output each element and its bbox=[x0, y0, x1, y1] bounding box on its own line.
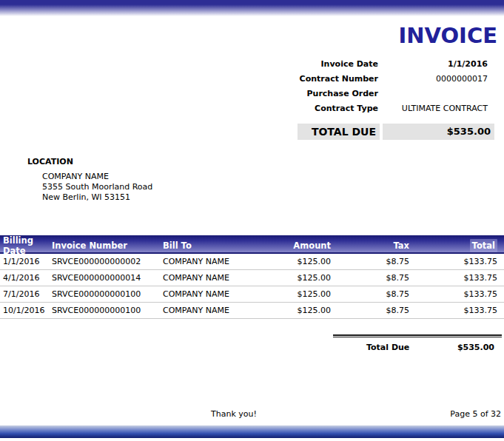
cell-billing-date: 7/1/2016 bbox=[0, 289, 52, 299]
col-header-total: Total bbox=[409, 239, 504, 252]
cell-invoice-number: SRVCE000000000100 bbox=[52, 306, 163, 315]
top-gradient-bar bbox=[0, 0, 504, 16]
col-header-bill-to: Bill To bbox=[163, 240, 249, 251]
cell-bill-to: COMPANY NAME bbox=[163, 306, 249, 315]
meta-row-purchase-order: Purchase Order bbox=[243, 86, 488, 101]
total-due-banner-label: TOTAL DUE bbox=[298, 124, 380, 140]
page-title: INVOICE bbox=[398, 23, 497, 48]
contract-type-value: ULTIMATE CONTRACT bbox=[378, 104, 488, 113]
meta-row-contract-number: Contract Number 0000000017 bbox=[243, 71, 488, 86]
invoice-meta: Invoice Date 1/1/2016 Contract Number 00… bbox=[243, 56, 488, 115]
cell-amount: $125.00 bbox=[249, 306, 331, 315]
location-street: 5355 South Moorland Road bbox=[42, 182, 152, 192]
summary-total-due-label: Total Due bbox=[366, 343, 409, 352]
contract-type-label: Contract Type bbox=[243, 104, 378, 113]
table-row: 4/1/2016 SRVCE000000000014 COMPANY NAME … bbox=[0, 270, 504, 286]
cell-total: $133.75 bbox=[409, 289, 504, 299]
footer-page-number: Page 5 of 32 bbox=[450, 409, 501, 419]
summary-double-rule bbox=[333, 334, 502, 337]
col-header-amount: Amount bbox=[249, 240, 331, 251]
contract-number-value: 0000000017 bbox=[378, 74, 488, 84]
invoice-page: INVOICE Invoice Date 1/1/2016 Contract N… bbox=[0, 0, 504, 441]
location-company: COMPANY NAME bbox=[42, 172, 152, 182]
cell-invoice-number: SRVCE000000000002 bbox=[52, 257, 163, 266]
table-row: 10/1/2016 SRVCE000000000100 COMPANY NAME… bbox=[0, 303, 504, 319]
cell-bill-to: COMPANY NAME bbox=[163, 257, 249, 266]
cell-billing-date: 1/1/2016 bbox=[0, 257, 52, 266]
meta-row-contract-type: Contract Type ULTIMATE CONTRACT bbox=[243, 101, 488, 115]
cell-total: $133.75 bbox=[409, 257, 504, 266]
cell-total: $133.75 bbox=[409, 306, 504, 315]
invoice-date-label: Invoice Date bbox=[243, 59, 378, 69]
invoice-date-value: 1/1/2016 bbox=[378, 59, 488, 69]
total-due-banner-value: $535.00 bbox=[383, 124, 494, 140]
cell-amount: $125.00 bbox=[249, 273, 331, 283]
cell-bill-to: COMPANY NAME bbox=[163, 289, 249, 299]
summary-total-due-value: $535.00 bbox=[457, 343, 494, 352]
meta-row-invoice-date: Invoice Date 1/1/2016 bbox=[243, 56, 488, 71]
cell-total: $133.75 bbox=[409, 273, 504, 283]
cell-tax: $8.75 bbox=[331, 257, 409, 266]
bottom-gradient-bar bbox=[0, 425, 504, 438]
table-row: 1/1/2016 SRVCE000000000002 COMPANY NAME … bbox=[0, 254, 504, 270]
cell-tax: $8.75 bbox=[331, 289, 409, 299]
cell-tax: $8.75 bbox=[331, 273, 409, 283]
location-address-block: COMPANY NAME 5355 South Moorland Road Ne… bbox=[42, 172, 152, 203]
purchase-order-label: Purchase Order bbox=[243, 89, 378, 98]
col-header-billing-date: Billing Date bbox=[0, 235, 52, 256]
cell-amount: $125.00 bbox=[249, 257, 331, 266]
cell-bill-to: COMPANY NAME bbox=[163, 273, 249, 283]
cell-billing-date: 4/1/2016 bbox=[0, 273, 52, 283]
cell-invoice-number: SRVCE000000000100 bbox=[52, 289, 163, 299]
location-heading: LOCATION bbox=[27, 157, 73, 166]
table-row: 7/1/2016 SRVCE000000000100 COMPANY NAME … bbox=[0, 286, 504, 303]
cell-billing-date: 10/1/2016 bbox=[0, 306, 52, 315]
billing-table: Billing Date Invoice Number Bill To Amou… bbox=[0, 235, 504, 319]
col-header-invoice-number: Invoice Number bbox=[52, 240, 163, 251]
billing-table-header: Billing Date Invoice Number Bill To Amou… bbox=[0, 235, 504, 254]
col-header-tax: Tax bbox=[331, 240, 409, 251]
location-city-state-zip: New Berlin, WI 53151 bbox=[42, 192, 152, 203]
contract-number-label: Contract Number bbox=[243, 74, 378, 84]
cell-tax: $8.75 bbox=[331, 306, 409, 315]
footer-thank-you: Thank you! bbox=[211, 409, 257, 419]
cell-amount: $125.00 bbox=[249, 289, 331, 299]
cell-invoice-number: SRVCE000000000014 bbox=[52, 273, 163, 283]
